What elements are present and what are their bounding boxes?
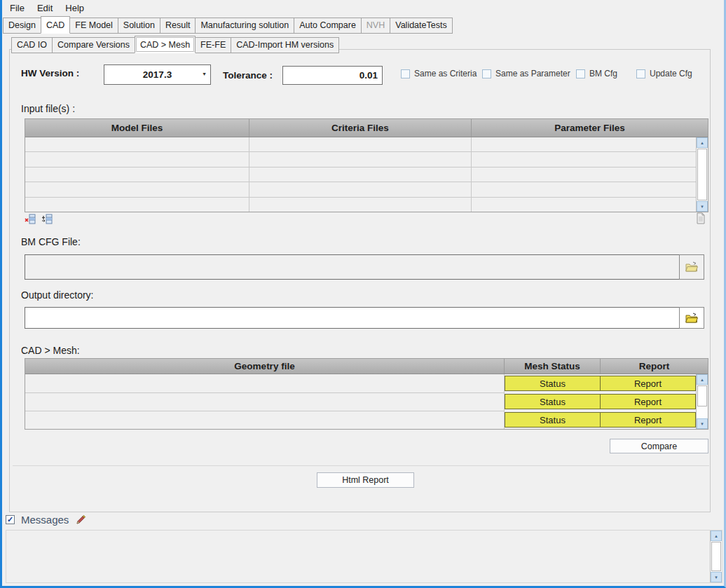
parameter-file-cell[interactable] — [472, 167, 696, 182]
parameter-file-cell[interactable] — [472, 198, 696, 212]
scroll-up-icon[interactable]: ▲ — [697, 374, 708, 385]
add-rows-icon[interactable] — [41, 213, 53, 225]
cad-mesh-label: CAD > Mesh: — [21, 345, 80, 356]
model-file-cell[interactable] — [25, 152, 249, 166]
scroll-up-icon[interactable]: ▲ — [711, 531, 722, 541]
messages-content[interactable] — [6, 531, 710, 582]
scrollbar-thumb[interactable] — [697, 385, 707, 406]
scroll-up-icon[interactable]: ▲ — [697, 137, 708, 148]
tab-manufacturing-solution[interactable]: Manufacturing solution — [195, 18, 294, 34]
scrollbar-track[interactable] — [711, 541, 722, 572]
bm-cfg-field-group — [25, 254, 704, 280]
checkbox-bm-cfg[interactable]: BM Cfg — [576, 69, 617, 78]
column-header-model-files[interactable]: Model Files — [25, 119, 249, 137]
column-header-geometry-file[interactable]: Geometry file — [25, 359, 505, 374]
report-cell[interactable]: Report — [600, 376, 696, 391]
tab-auto-compare[interactable]: Auto Compare — [294, 18, 362, 34]
cad-mesh-scrollbar[interactable]: ▲ ▼ — [696, 374, 708, 429]
bm-cfg-label: BM CFG File: — [21, 236, 81, 247]
tab-design[interactable]: Design — [3, 18, 41, 34]
geometry-file-cell[interactable] — [25, 392, 505, 411]
checkbox-same-as-criteria[interactable]: Same as Criteria — [401, 69, 477, 78]
messages-scrollbar[interactable]: ▲ ▼ — [710, 531, 722, 582]
scrollbar-track[interactable] — [697, 385, 708, 418]
geometry-file-cell[interactable] — [25, 411, 505, 429]
column-header-report[interactable]: Report — [601, 359, 708, 374]
tab-validatetests[interactable]: ValidateTests — [390, 18, 452, 34]
scrollbar-thumb[interactable] — [711, 542, 721, 571]
report-cell[interactable]: Report — [600, 412, 696, 428]
column-header-criteria-files[interactable]: Criteria Files — [249, 119, 472, 137]
mesh-status-cell[interactable]: Status — [505, 412, 601, 428]
model-file-cell[interactable] — [25, 167, 249, 182]
tab-fe-model[interactable]: FE Model — [69, 18, 118, 34]
criteria-file-cell[interactable] — [249, 152, 472, 166]
criteria-file-cell[interactable] — [249, 198, 472, 212]
table-row[interactable]: Status Report — [25, 392, 696, 411]
tab-compare-versions[interactable]: Compare Versions — [52, 37, 135, 53]
tolerance-input[interactable]: 0.01 — [282, 66, 383, 85]
table-row[interactable]: Status Report — [25, 411, 696, 429]
tab-fe-fe[interactable]: FE-FE — [195, 37, 231, 53]
model-file-cell[interactable] — [25, 182, 249, 196]
remove-rows-icon[interactable] — [25, 213, 36, 225]
tab-result[interactable]: Result — [160, 18, 196, 34]
parameter-file-cell[interactable] — [472, 137, 696, 151]
checkbox-icon[interactable] — [482, 69, 491, 78]
tab-cad[interactable]: CAD — [41, 16, 70, 34]
checkbox-icon[interactable] — [401, 69, 410, 78]
checkbox-update-cfg[interactable]: Update Cfg — [636, 69, 692, 78]
scroll-down-icon[interactable]: ▼ — [711, 572, 722, 582]
parameter-file-cell[interactable] — [472, 182, 696, 196]
checkbox-label: Same as Parameter — [495, 69, 570, 78]
tab-cad-import-hm-versions[interactable]: CAD-Import HM versions — [231, 37, 339, 53]
output-directory-browse-button[interactable] — [679, 307, 704, 329]
hw-version-select[interactable]: 2017.3 ▼ — [104, 64, 211, 85]
table-row[interactable]: Status Report — [25, 374, 696, 392]
menu-file[interactable]: File — [4, 1, 31, 15]
menu-help[interactable]: Help — [59, 1, 90, 15]
chevron-down-icon: ▼ — [202, 71, 207, 77]
geometry-file-cell[interactable] — [25, 374, 505, 393]
bm-cfg-browse-button[interactable] — [679, 254, 704, 280]
scrollbar-thumb[interactable] — [697, 149, 707, 200]
output-directory-input[interactable] — [25, 307, 679, 329]
table-row[interactable] — [25, 198, 696, 212]
open-folder-icon — [685, 261, 699, 273]
column-header-mesh-status[interactable]: Mesh Status — [505, 359, 601, 374]
checkbox-icon[interactable] — [636, 69, 645, 78]
report-cell[interactable]: Report — [600, 394, 696, 409]
mesh-status-cell[interactable]: Status — [505, 376, 601, 391]
html-report-button[interactable]: Html Report — [317, 472, 414, 488]
criteria-file-cell[interactable] — [249, 182, 472, 196]
criteria-file-cell[interactable] — [249, 137, 472, 151]
output-directory-label: Output directory: — [21, 289, 94, 301]
mesh-status-cell[interactable]: Status — [505, 394, 601, 409]
table-row[interactable] — [25, 137, 696, 152]
bm-cfg-input[interactable] — [25, 254, 679, 280]
scrollbar-track[interactable] — [697, 148, 708, 201]
messages-checkbox[interactable]: ✓ — [6, 515, 15, 524]
checkbox-icon[interactable] — [576, 69, 585, 78]
tab-solution[interactable]: Solution — [118, 18, 160, 34]
menu-edit[interactable]: Edit — [31, 1, 59, 15]
cad-mesh-table-header: Geometry file Mesh Status Report — [25, 359, 708, 374]
parameter-file-cell[interactable] — [472, 152, 696, 166]
column-header-parameter-files[interactable]: Parameter Files — [472, 119, 708, 137]
tab-cad-io[interactable]: CAD IO — [11, 37, 53, 53]
input-files-scrollbar[interactable]: ▲ ▼ — [696, 137, 708, 212]
criteria-file-cell[interactable] — [249, 167, 472, 182]
table-row[interactable] — [25, 152, 696, 167]
model-file-cell[interactable] — [25, 137, 249, 151]
edit-pencil-icon[interactable] — [75, 514, 87, 526]
report-document-icon — [694, 212, 706, 224]
compare-button[interactable]: Compare — [610, 439, 708, 453]
table-row-tools — [25, 213, 53, 225]
scroll-down-icon[interactable]: ▼ — [697, 201, 708, 212]
table-row[interactable] — [25, 167, 696, 182]
checkbox-same-as-parameter[interactable]: Same as Parameter — [482, 69, 570, 78]
tab-cad-mesh[interactable]: CAD > Mesh — [135, 36, 196, 53]
scroll-down-icon[interactable]: ▼ — [697, 418, 708, 429]
table-row[interactable] — [25, 182, 696, 197]
model-file-cell[interactable] — [25, 198, 249, 212]
